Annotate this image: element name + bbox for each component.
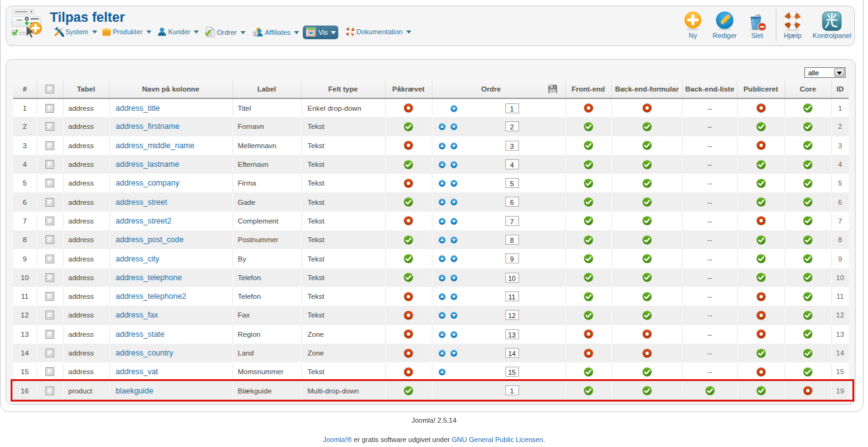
svg-text:$: $ bbox=[254, 32, 257, 36]
